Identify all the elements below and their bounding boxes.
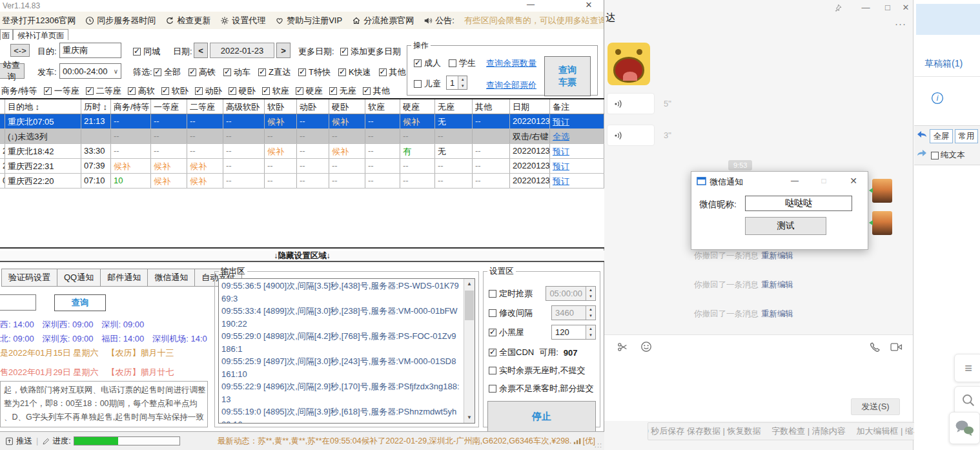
toolbar-set-proxy[interactable]: 设置代理 <box>220 15 265 26</box>
log-scrollbar[interactable]: ▲ ▼ <box>464 279 475 423</box>
blackroom-stepper[interactable]: 120▲▼ <box>551 325 596 340</box>
depart-time-select[interactable]: 00:00-24:00∨ <box>59 63 121 79</box>
cdn-checkbox[interactable]: 全国CDN <box>489 347 534 358</box>
row-action-link[interactable]: 预订 <box>550 159 604 173</box>
stepper-arrows[interactable]: ▲▼ <box>586 306 595 320</box>
back-arrow-icon[interactable] <box>916 130 928 140</box>
stepper-arrows[interactable]: ▲▼ <box>586 325 595 339</box>
seat-type-checkbox[interactable]: 二等座 <box>86 85 121 97</box>
train-type-checkbox[interactable]: Z直达 <box>258 66 291 78</box>
toolbar-sync-time[interactable]: 同步服务器时间 <box>85 15 156 26</box>
arrow-down-icon[interactable]: ▼ <box>586 332 595 338</box>
row-action-link[interactable]: 预订 <box>550 114 604 128</box>
seat-type-checkbox[interactable]: 动卧 <box>195 85 222 97</box>
column-header[interactable]: 历时 ↕ <box>81 99 111 114</box>
seat-type-checkbox[interactable]: 软卧 <box>161 85 189 97</box>
maximize-button[interactable]: □ <box>811 172 837 190</box>
send-button[interactable]: 发送(S) <box>851 398 900 415</box>
table-row[interactable]: 0重庆西22:2007:1010候补候补----------------2022… <box>0 174 604 189</box>
child-count-stepper[interactable]: 1▲▼ <box>446 76 467 90</box>
adult-checkbox[interactable]: 成人 <box>414 57 441 69</box>
close-button[interactable]: ✕ <box>578 0 599 10</box>
minimize-button[interactable]: — <box>782 172 808 190</box>
student-checkbox[interactable]: 学生 <box>449 57 476 69</box>
train-type-checkbox[interactable]: T特快 <box>298 66 331 78</box>
table-row[interactable]: 2重庆北18:4233:30--------候补--候补--有无--202201… <box>0 144 604 159</box>
row-action-link[interactable]: 预订 <box>550 174 604 188</box>
query-all-prices-link[interactable]: 查询全部票价 <box>486 79 536 91</box>
scroll-up-icon[interactable]: ▲ <box>464 279 475 289</box>
partial-submit-checkbox[interactable]: 余票不足乘客时,部分提交 <box>489 383 594 394</box>
column-header[interactable]: 目的地 ↕ <box>5 99 81 114</box>
add-more-dates-checkbox[interactable]: 添加更多日期 <box>340 46 401 57</box>
sticker-image[interactable] <box>607 43 650 85</box>
row-action-link[interactable]: 全选 <box>550 129 604 143</box>
info-icon[interactable]: i <box>931 92 944 105</box>
toolbar-check-update[interactable]: 检查更新 <box>165 15 210 26</box>
stop-button[interactable]: 停止 <box>487 401 596 432</box>
settings-tab[interactable]: QQ通知 <box>57 269 101 287</box>
forward-arrow-icon[interactable] <box>916 148 928 159</box>
output-log[interactable]: 09:55:36:5 [4900]次,间隔[3.5]秒,[438]号,服务器:P… <box>218 278 475 424</box>
seat-type-checkbox[interactable]: 硬座 <box>296 85 323 97</box>
settings-tab[interactable]: 邮件通知 <box>100 269 148 287</box>
train-type-checkbox[interactable]: 高铁 <box>189 66 216 78</box>
message-input-area[interactable]: 发送(S) <box>604 334 913 421</box>
arrow-up-icon[interactable]: ▲ <box>586 325 595 332</box>
hide-settings-bar[interactable]: ↓隐藏设置区域↓ <box>0 251 604 262</box>
plain-text-checkbox[interactable]: 纯文本 <box>931 150 965 161</box>
menu-button[interactable]: ≡ <box>954 354 980 382</box>
scroll-thumb[interactable] <box>465 291 474 320</box>
modify-interval-checkbox[interactable]: 修改间隔 <box>489 307 533 319</box>
stepper-arrows[interactable]: ▲▼ <box>586 287 595 300</box>
seat-type-checkbox[interactable]: 一等座 <box>44 85 79 97</box>
train-type-checkbox[interactable]: 其他 <box>379 66 406 78</box>
toolbar-sponsor-vip[interactable]: 赞助与注册VIP <box>275 15 342 26</box>
tab-query-page[interactable]: 面 <box>0 29 13 40</box>
fullscreen-button[interactable]: 全屏 <box>930 129 953 143</box>
resize-grip[interactable]: .:: <box>595 441 602 449</box>
prev-date-button[interactable]: < <box>194 43 208 58</box>
editor-bottom-toolbar[interactable]: 30 秒后保存 保存数据 | 恢复数据 字数检查 | 清除内容 加大编辑框 | … <box>648 422 943 440</box>
arrow-down-icon[interactable]: ▼ <box>458 83 467 89</box>
date-input[interactable]: 2022-01-23 <box>210 43 274 58</box>
maximize-button[interactable]: □ <box>881 3 895 12</box>
more-menu-icon[interactable]: ··· <box>895 18 906 29</box>
re-edit-link[interactable]: 重新编辑 <box>761 251 793 260</box>
timed-grab-checkbox[interactable]: 定时抢票 <box>489 288 533 300</box>
arrow-down-icon[interactable]: ▼ <box>586 312 595 319</box>
same-city-checkbox[interactable]: 同城 <box>133 46 160 57</box>
search-button[interactable] <box>954 386 980 414</box>
pin-icon[interactable] <box>830 4 844 12</box>
test-button[interactable]: 测试 <box>745 217 826 235</box>
arrow-up-icon[interactable]: ▲ <box>458 76 467 83</box>
tab-waitlist-orders[interactable]: 候补订单页面 <box>13 29 68 40</box>
common-button[interactable]: 常用 <box>955 129 978 143</box>
timed-grab-time-stepper[interactable]: 05:00:00▲▼ <box>546 286 596 301</box>
toolbar-login-12306[interactable]: 登录打开12306官网 <box>2 15 76 26</box>
child-checkbox[interactable]: 儿童 <box>414 78 441 90</box>
train-type-checkbox[interactable]: K快速 <box>338 66 371 78</box>
close-button[interactable]: ✕ <box>841 172 866 190</box>
arrow-down-icon[interactable]: ▼ <box>586 293 595 300</box>
arrow-up-icon[interactable]: ▲ <box>586 306 595 312</box>
next-date-button[interactable]: > <box>276 43 291 58</box>
settings-tab[interactable]: 验证码设置 <box>1 269 57 287</box>
wechat-float-button[interactable] <box>949 412 980 444</box>
train-type-checkbox[interactable]: 动车 <box>223 66 250 78</box>
seat-type-checkbox[interactable]: 高软 <box>128 85 155 97</box>
toolbar-official-site[interactable]: 分流抢票官网 <box>352 15 414 26</box>
row-action-link[interactable]: 预订 <box>550 144 604 158</box>
blackroom-checkbox[interactable]: 小黑屋 <box>489 327 524 338</box>
nickname-input[interactable] <box>745 196 852 211</box>
phone-call-icon[interactable] <box>869 342 881 353</box>
push-label[interactable]: 推送 <box>16 436 32 447</box>
scissors-icon[interactable] <box>617 342 628 353</box>
interval-stepper[interactable]: 3460▲▼ <box>551 305 596 320</box>
destination-input[interactable]: 重庆南 <box>59 43 121 58</box>
multi-station-query-button[interactable]: 站查询 <box>0 63 25 79</box>
close-button[interactable]: ✕ <box>899 3 913 12</box>
table-row[interactable]: 2重庆西22:3107:39候补候补候补----------------2022… <box>0 159 604 174</box>
no-seat-no-submit-checkbox[interactable]: 实时余票无座时,不提交 <box>489 365 586 376</box>
video-call-icon[interactable] <box>890 342 903 352</box>
